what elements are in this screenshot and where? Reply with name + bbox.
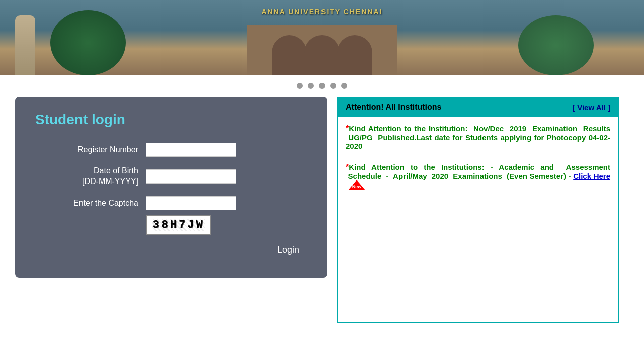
svg-text:New: New (352, 184, 362, 189)
captcha-image-row: 38H7JW (146, 215, 307, 235)
dot-3[interactable] (319, 83, 325, 89)
notice-2-text: Kind Attention to the Institutions: - Ac… (346, 163, 610, 180)
banner-text: ANNA UNIVERSITY CHENNAI (261, 8, 382, 16)
captcha-text: 38H7JW (152, 219, 205, 231)
captcha-input[interactable] (146, 196, 236, 210)
dob-label: Date of Birth [DD-MM-YYYY] (35, 166, 146, 187)
click-here-link[interactable]: Click Here (573, 172, 610, 180)
dot-2[interactable] (308, 83, 314, 89)
arch-left (272, 35, 307, 75)
view-all-link[interactable]: [ View All ] (573, 103, 610, 112)
register-label: Register Number (35, 145, 146, 155)
dob-input[interactable] (146, 169, 236, 184)
statue-decoration (15, 15, 35, 75)
login-button[interactable]: Login (277, 245, 299, 255)
slider-dots (0, 75, 644, 97)
main-content: Student login Register Number Date of Bi… (0, 97, 644, 323)
dot-4[interactable] (330, 83, 336, 89)
dob-row: Date of Birth [DD-MM-YYYY] (35, 166, 307, 187)
notice-1-text: Kind Attention to the Institution: Nov/D… (346, 124, 610, 150)
attention-header: Attention! All Institutions [ View All ] (338, 98, 618, 117)
notice-2: *Kind Attention to the Institutions: - A… (346, 163, 610, 193)
login-title: Student login (35, 112, 307, 128)
captcha-row: Enter the Captcha (35, 196, 307, 210)
tree-left (50, 10, 126, 75)
dot-1[interactable] (297, 83, 303, 89)
register-input[interactable] (146, 143, 236, 157)
captcha-image: 38H7JW (146, 215, 211, 235)
login-btn-row: Login (35, 245, 307, 255)
header-banner: ANNA UNIVERSITY CHENNAI (0, 0, 644, 75)
login-box: Student login Register Number Date of Bi… (15, 97, 327, 278)
tree-right (518, 15, 594, 75)
arch-right (337, 35, 372, 75)
new-icon: New (348, 179, 366, 192)
captcha-label: Enter the Captcha (35, 199, 146, 208)
register-row: Register Number (35, 143, 307, 157)
building-main (247, 25, 397, 75)
dot-5[interactable] (341, 83, 347, 89)
attention-body: *Kind Attention to the Institution: Nov/… (338, 117, 618, 213)
arch-center (304, 35, 340, 75)
attention-header-text: Attention! All Institutions (346, 103, 441, 112)
attention-panel: Attention! All Institutions [ View All ]… (337, 97, 619, 323)
notice-1: *Kind Attention to the Institution: Nov/… (346, 124, 610, 150)
